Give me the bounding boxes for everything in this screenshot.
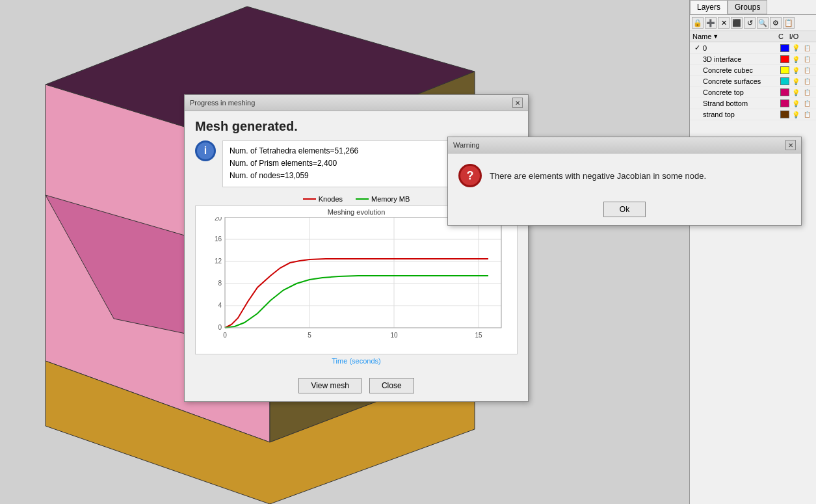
layer-row[interactable]: strand top 💡 📋: [690, 109, 816, 120]
x-axis-label: Time (seconds): [195, 357, 518, 365]
panel-tabs: Layers Groups: [690, 0, 816, 15]
color-icon[interactable]: ⬛: [731, 17, 743, 29]
svg-text:15: 15: [475, 332, 482, 339]
legend-knodes-label: Knodes: [319, 195, 343, 203]
warning-icon: ?: [458, 164, 482, 187]
layer-color: [780, 55, 789, 63]
svg-text:5: 5: [308, 332, 311, 339]
svg-text:20: 20: [215, 217, 222, 222]
meshing-chart: 0 4 8 12 16 20 0 5 10 15: [196, 217, 514, 354]
warning-dialog-titlebar: Warning ✕: [448, 137, 801, 153]
close-button[interactable]: Close: [369, 378, 414, 393]
layer-io: 📋: [800, 67, 813, 73]
warning-dialog-title: Warning: [453, 141, 480, 149]
name-col-label: Name: [692, 33, 711, 40]
lock-icon[interactable]: 🔒: [692, 17, 704, 29]
progress-dialog-close[interactable]: ✕: [512, 98, 523, 108]
layer-bulb[interactable]: 💡: [791, 100, 800, 107]
layer-row[interactable]: ✓ 0 💡 📋: [690, 42, 816, 54]
layer-bulb[interactable]: 💡: [791, 56, 800, 63]
svg-text:10: 10: [390, 332, 398, 339]
ok-button[interactable]: Ok: [603, 202, 646, 217]
layer-name: strand top: [703, 111, 780, 118]
svg-rect-26: [225, 217, 501, 328]
layer-color: [780, 88, 789, 96]
warning-dialog-close[interactable]: ✕: [785, 140, 796, 150]
layer-row[interactable]: 3D interface 💡 📋: [690, 54, 816, 65]
layer-name: Concrete cubec: [703, 66, 780, 74]
chart-container: Meshing evolution: [195, 206, 518, 354]
layer-name: 0: [703, 44, 780, 52]
c-col-label: C: [774, 33, 787, 40]
layer-io: 📋: [800, 56, 813, 62]
layer-color: [780, 66, 789, 74]
right-panel: Layers Groups 🔒 ➕ ✕ ⬛ ↺ 🔍 ⚙ 📋 Name ▼ C I…: [689, 0, 816, 504]
warning-message: There are elements with negative Jacobia…: [490, 171, 706, 181]
svg-text:16: 16: [215, 235, 222, 243]
svg-text:12: 12: [215, 258, 222, 265]
layer-name: Concrete top: [703, 88, 780, 96]
layer-io: 📋: [800, 45, 813, 51]
warning-body: ? There are elements with negative Jacob…: [448, 153, 801, 198]
sort-icon[interactable]: ▼: [713, 33, 718, 40]
layer-name: Strand bottom: [703, 99, 780, 107]
refresh-icon[interactable]: ↺: [744, 17, 756, 29]
svg-text:8: 8: [218, 280, 222, 287]
tab-groups[interactable]: Groups: [728, 0, 767, 14]
layer-color: [780, 111, 789, 118]
legend-knodes-color: [303, 198, 316, 200]
layer-io: 📋: [800, 89, 813, 96]
layer-color: [780, 99, 789, 107]
layers-list: ✓ 0 💡 📋 3D interface 💡 📋 Concrete cubec …: [690, 42, 816, 120]
mesh-generated-heading: Mesh generated.: [195, 119, 518, 134]
layer-bulb[interactable]: 💡: [791, 78, 800, 85]
progress-dialog-title: Progress in meshing: [190, 99, 255, 107]
io-col-label: I/O: [787, 33, 800, 40]
layer-bulb[interactable]: 💡: [791, 111, 800, 118]
progress-dialog-titlebar: Progress in meshing ✕: [185, 95, 528, 111]
filter-icon[interactable]: 🔍: [757, 17, 769, 29]
settings-icon[interactable]: ⚙: [770, 17, 782, 29]
info-icon: i: [195, 140, 216, 161]
svg-text:4: 4: [218, 302, 222, 309]
layer-row[interactable]: Concrete top 💡 📋: [690, 87, 816, 98]
legend-memory: Memory MB: [356, 195, 410, 203]
tab-layers[interactable]: Layers: [690, 0, 728, 14]
legend-memory-label: Memory MB: [371, 195, 410, 203]
layer-name: Concrete surfaces: [703, 77, 780, 85]
layers-toolbar: 🔒 ➕ ✕ ⬛ ↺ 🔍 ⚙ 📋: [690, 15, 816, 31]
layer-color: [780, 77, 789, 85]
layer-io: 📋: [800, 78, 813, 85]
legend-memory-color: [356, 198, 369, 200]
layer-io: 📋: [800, 111, 813, 118]
layer-row[interactable]: Strand bottom 💡 📋: [690, 98, 816, 109]
layer-name: 3D interface: [703, 55, 780, 63]
svg-text:0: 0: [218, 324, 222, 331]
layer-row[interactable]: Concrete surfaces 💡 📋: [690, 76, 816, 87]
add-layer-icon[interactable]: ➕: [705, 17, 717, 29]
legend-knodes: Knodes: [303, 195, 343, 203]
layer-bulb[interactable]: 💡: [791, 67, 800, 74]
warning-dialog: Warning ✕ ? There are elements with nega…: [447, 137, 802, 226]
copy-icon[interactable]: 📋: [783, 17, 795, 29]
svg-text:0: 0: [223, 332, 227, 339]
delete-layer-icon[interactable]: ✕: [718, 17, 730, 29]
layer-io: 📋: [800, 100, 813, 107]
layer-bulb[interactable]: 💡: [791, 89, 800, 96]
layer-color: [780, 44, 789, 52]
layer-bulb[interactable]: 💡: [791, 44, 800, 51]
view-mesh-button[interactable]: View mesh: [298, 378, 361, 393]
warning-footer: Ok: [448, 198, 801, 225]
layer-check[interactable]: ✓: [692, 44, 702, 52]
progress-dialog-footer: View mesh Close: [185, 373, 528, 401]
layer-row[interactable]: Concrete cubec 💡 📋: [690, 65, 816, 76]
layers-header: Name ▼ C I/O: [690, 31, 816, 42]
